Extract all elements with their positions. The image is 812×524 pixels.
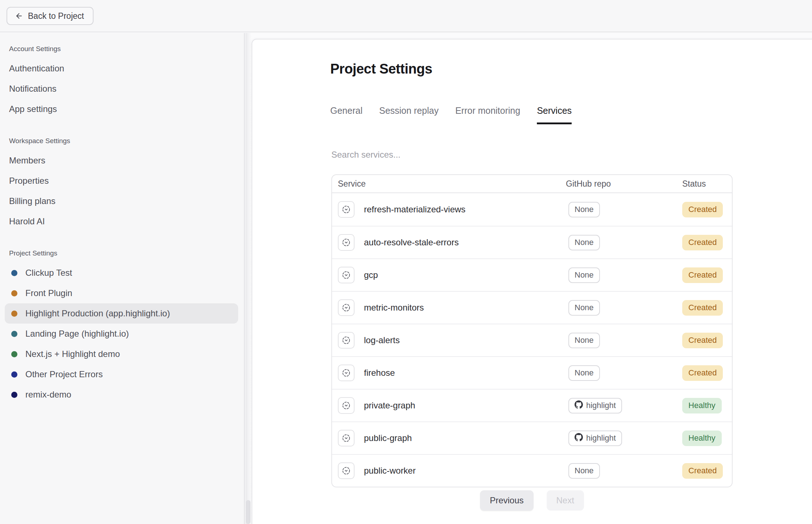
status-cell: Created bbox=[682, 357, 723, 389]
service-hexagon-icon bbox=[338, 299, 355, 316]
service-name: public-worker bbox=[364, 466, 416, 476]
status-badge: Created bbox=[682, 202, 723, 217]
status-badge: Created bbox=[682, 333, 723, 348]
tab-services[interactable]: Services bbox=[537, 105, 572, 124]
github-repo-badge[interactable]: None bbox=[568, 202, 600, 217]
sidebar-item-billing-plans[interactable]: Billing plans bbox=[0, 191, 244, 211]
services-table-header: Service GitHub repo Status bbox=[332, 175, 732, 193]
sidebar-section: Workspace Settings Members Properties Bi… bbox=[0, 136, 244, 232]
tab-session-replay[interactable]: Session replay bbox=[379, 105, 439, 124]
repo-label: None bbox=[575, 368, 594, 378]
sidebar-item-harold-ai[interactable]: Harold AI bbox=[0, 211, 244, 232]
status-badge: Healthy bbox=[682, 398, 722, 413]
repo-label: None bbox=[575, 466, 594, 475]
service-row[interactable]: public-worker None Created bbox=[332, 454, 732, 487]
project-dot-icon bbox=[11, 331, 17, 337]
tab-general[interactable]: General bbox=[330, 105, 362, 124]
github-repo-badge[interactable]: None bbox=[568, 267, 600, 283]
sidebar-scrollbar-track[interactable] bbox=[245, 33, 252, 524]
service-cell: public-graph bbox=[338, 422, 412, 454]
project-settings-panel: Project Settings GeneralSession replayEr… bbox=[252, 39, 812, 524]
github-repo-badge[interactable]: None bbox=[568, 463, 600, 479]
github-icon bbox=[575, 433, 583, 444]
project-dot-icon bbox=[11, 371, 17, 378]
back-to-project-label: Back to Project bbox=[28, 11, 84, 21]
sidebar-item-front-plugin[interactable]: Front Plugin bbox=[0, 283, 244, 303]
sidebar-section: Project Settings Clickup Test Front Plug… bbox=[0, 248, 244, 405]
github-repo-badge[interactable]: None bbox=[568, 365, 600, 381]
sidebar-item-other-project-errors[interactable]: Other Project Errors bbox=[0, 364, 244, 384]
sidebar-scrollbar-thumb[interactable] bbox=[246, 500, 250, 524]
status-badge: Created bbox=[682, 300, 723, 316]
service-row[interactable]: metric-monitors None Created bbox=[332, 291, 732, 324]
previous-page-button[interactable]: Previous bbox=[480, 490, 533, 511]
service-cell: firehose bbox=[338, 357, 395, 389]
service-cell: metric-monitors bbox=[338, 292, 424, 324]
repo-cell: None bbox=[568, 324, 600, 356]
service-row[interactable]: auto-resolve-stale-errors None Created bbox=[332, 226, 732, 258]
github-repo-badge[interactable]: highlight bbox=[568, 431, 622, 446]
sidebar-item-notifications[interactable]: Notifications bbox=[0, 79, 244, 99]
github-repo-badge[interactable]: None bbox=[568, 300, 600, 316]
service-hexagon-icon bbox=[338, 462, 355, 479]
sidebar-item-clickup-test[interactable]: Clickup Test bbox=[0, 263, 244, 283]
service-row[interactable]: private-graph highlight Healthy bbox=[332, 389, 732, 421]
page-title: Project Settings bbox=[330, 61, 432, 77]
sidebar-item-authentication[interactable]: Authentication bbox=[0, 58, 244, 79]
service-hexagon-icon bbox=[338, 332, 355, 349]
repo-label: None bbox=[575, 238, 594, 247]
sidebar-item-label: Other Project Errors bbox=[25, 369, 103, 379]
sidebar-item-label: Landing Page (highlight.io) bbox=[25, 329, 129, 339]
repo-cell: highlight bbox=[568, 422, 622, 454]
sidebar-item-label: Next.js + Highlight demo bbox=[25, 349, 120, 359]
project-dot-icon bbox=[11, 351, 17, 357]
sidebar-item-label: Clickup Test bbox=[25, 268, 72, 278]
service-row[interactable]: gcp None Created bbox=[332, 258, 732, 291]
sidebar-item-members[interactable]: Members bbox=[0, 150, 244, 171]
status-cell: Healthy bbox=[682, 390, 722, 421]
service-row[interactable]: log-alerts None Created bbox=[332, 324, 732, 356]
github-repo-badge[interactable]: highlight bbox=[568, 398, 622, 413]
service-cell: private-graph bbox=[338, 390, 415, 421]
github-repo-badge[interactable]: None bbox=[568, 333, 600, 348]
column-header-status: Status bbox=[682, 175, 706, 192]
service-row[interactable]: firehose None Created bbox=[332, 356, 732, 389]
sidebar-item-highlight-production-app-highlight-io[interactable]: Highlight Production (app.highlight.io) bbox=[0, 303, 244, 324]
repo-label: None bbox=[575, 303, 594, 312]
service-row[interactable]: refresh-materialized-views None Created bbox=[332, 193, 732, 226]
service-hexagon-icon bbox=[338, 397, 355, 414]
status-badge: Created bbox=[682, 267, 723, 283]
service-name: auto-resolve-stale-errors bbox=[364, 237, 459, 248]
sidebar-item-properties[interactable]: Properties bbox=[0, 171, 244, 191]
column-header-github-repo: GitHub repo bbox=[566, 175, 611, 192]
repo-cell: None bbox=[568, 357, 600, 389]
service-cell: log-alerts bbox=[338, 324, 400, 356]
status-cell: Created bbox=[682, 292, 723, 324]
sidebar-item-landing-page-highlight-io[interactable]: Landing Page (highlight.io) bbox=[0, 324, 244, 344]
service-name: public-graph bbox=[364, 433, 412, 443]
service-name: log-alerts bbox=[364, 335, 400, 345]
service-cell: refresh-materialized-views bbox=[338, 193, 465, 226]
next-page-button[interactable]: Next bbox=[547, 490, 584, 511]
sidebar-item-app-settings[interactable]: App settings bbox=[0, 99, 244, 119]
github-repo-badge[interactable]: None bbox=[568, 235, 600, 250]
repo-cell: None bbox=[568, 259, 600, 291]
search-services-input[interactable] bbox=[331, 147, 556, 163]
status-badge: Created bbox=[682, 463, 723, 479]
tab-error-monitoring[interactable]: Error monitoring bbox=[455, 105, 520, 124]
service-row[interactable]: public-graph highlight Healthy bbox=[332, 421, 732, 454]
sidebar-item-label: Harold AI bbox=[9, 216, 45, 226]
service-hexagon-icon bbox=[338, 267, 355, 283]
repo-cell: None bbox=[568, 455, 600, 487]
back-to-project-button[interactable]: Back to Project bbox=[7, 7, 94, 25]
sidebar-item-next-js-highlight-demo[interactable]: Next.js + Highlight demo bbox=[0, 344, 244, 364]
status-cell: Created bbox=[682, 259, 723, 291]
sidebar-item-label: App settings bbox=[9, 104, 57, 114]
sidebar-item-remix-demo[interactable]: remix-demo bbox=[0, 384, 244, 405]
service-name: firehose bbox=[364, 368, 395, 378]
status-cell: Created bbox=[682, 324, 723, 356]
repo-label: None bbox=[575, 270, 594, 280]
project-dot-icon bbox=[11, 270, 17, 276]
sidebar-section-title: Project Settings bbox=[9, 248, 244, 258]
service-hexagon-icon bbox=[338, 234, 355, 251]
